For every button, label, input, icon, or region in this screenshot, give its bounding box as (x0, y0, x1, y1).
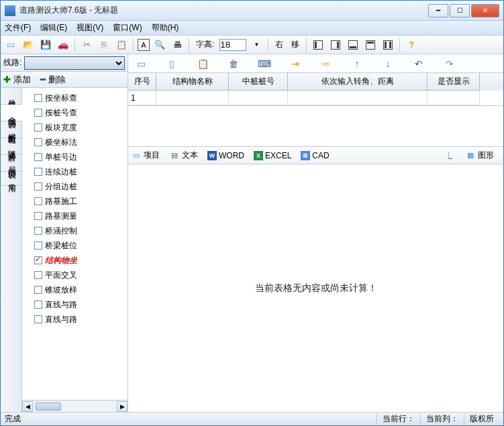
line-dropdown[interactable] (24, 56, 125, 70)
preview-text-tab[interactable]: ▤文本 (169, 150, 198, 161)
cell-pile[interactable] (229, 91, 288, 105)
doc-blank-icon[interactable]: ▯ (164, 56, 179, 71)
menu-file[interactable]: 文件(F) (5, 22, 31, 34)
close-button[interactable]: ✕ (471, 4, 499, 17)
copy-icon[interactable]: ⎘ (97, 38, 111, 52)
align-both-icon[interactable] (381, 38, 395, 52)
tree-item-1[interactable]: 按桩号查 (34, 105, 126, 120)
preview-axis-icon[interactable]: ⎿ (443, 150, 456, 161)
tree-hscrollbar[interactable]: ◀ ▶ (22, 400, 128, 412)
font-icon[interactable]: A (138, 39, 150, 51)
paste-icon[interactable]: 📋 (114, 38, 129, 52)
right-label[interactable]: 右 (275, 39, 283, 50)
checkbox-icon[interactable] (34, 109, 42, 117)
table-row[interactable]: 1 (128, 91, 503, 105)
vtab-2[interactable]: 横断工程 (1, 121, 21, 138)
remove-button[interactable]: ━删除 (40, 74, 66, 86)
menu-window[interactable]: 窗口(W) (113, 22, 142, 34)
menu-view[interactable]: 视图(V) (77, 22, 103, 34)
preview-word-tab[interactable]: WWORD (207, 151, 244, 160)
down-arrow-icon[interactable]: ↓ (381, 56, 395, 71)
shift-label[interactable]: 移 (291, 39, 299, 50)
move-right-icon[interactable]: ⇨ (319, 56, 334, 71)
zoom-icon[interactable]: 🔍 (152, 38, 167, 52)
tree-item-13[interactable]: 锥坡放样 (34, 282, 126, 297)
align-right-icon[interactable] (328, 38, 343, 52)
col-show[interactable]: 是否显示 (427, 73, 480, 91)
insert-right-icon[interactable]: ⇥ (288, 56, 303, 71)
vtab-0[interactable]: 导线平差 (1, 88, 21, 105)
vtab-3[interactable]: 隧道分析 (1, 138, 21, 155)
help-icon[interactable]: ? (404, 38, 419, 52)
checkbox-icon[interactable] (34, 94, 42, 102)
checkbox-icon[interactable] (34, 153, 42, 161)
new-icon[interactable]: ▭ (3, 38, 18, 52)
checkbox-icon[interactable] (34, 286, 42, 294)
tree-item-11[interactable]: 结构物坐 (34, 253, 126, 268)
align-left-icon[interactable] (311, 38, 325, 52)
checkbox-icon[interactable] (34, 123, 42, 131)
preview-project-tab[interactable]: ▭项目 (131, 150, 160, 161)
add-button[interactable]: ✚添加 (3, 74, 31, 86)
menu-edit[interactable]: 编辑(E) (40, 22, 67, 34)
checkbox-icon[interactable] (34, 256, 42, 264)
cell-show[interactable] (427, 91, 480, 105)
tree-item-15[interactable]: 直线与路 (34, 312, 126, 327)
checkbox-icon[interactable] (34, 301, 42, 309)
vtab-1[interactable]: 全线测设 (1, 105, 22, 121)
doc-new-icon[interactable]: ▭ (134, 56, 148, 71)
tree-item-2[interactable]: 板块宽度 (34, 120, 126, 135)
col-seq[interactable]: 序号 (128, 73, 156, 91)
tree-item-10[interactable]: 桥梁桩位 (34, 238, 126, 253)
maximize-button[interactable]: ☐ (450, 4, 470, 17)
checkbox-icon[interactable] (34, 168, 42, 176)
print-icon[interactable]: 🖶 (170, 38, 185, 52)
tree-item-12[interactable]: 平面交叉 (34, 268, 126, 282)
keyboard-icon[interactable]: ⌨ (257, 56, 272, 71)
cell-name[interactable] (156, 91, 229, 105)
tree-item-3[interactable]: 极坐标法 (34, 135, 126, 150)
up-arrow-icon[interactable]: ↑ (350, 56, 364, 71)
checkbox-icon[interactable] (34, 242, 42, 250)
scroll-right-icon[interactable]: ▶ (117, 401, 128, 412)
save-icon[interactable]: 💾 (38, 38, 53, 52)
checkbox-icon[interactable] (34, 138, 42, 146)
preview-excel-tab[interactable]: XEXCEL (254, 151, 291, 160)
col-pile[interactable]: 中桩桩号 (229, 73, 288, 91)
checkbox-icon[interactable] (34, 182, 42, 191)
scroll-thumb[interactable] (36, 403, 61, 411)
paste-doc-icon[interactable]: 📋 (195, 56, 210, 71)
undo-icon[interactable]: ↶ (411, 56, 426, 71)
align-top-icon[interactable] (363, 38, 378, 52)
align-bottom-icon[interactable] (346, 38, 360, 52)
tree-item-14[interactable]: 直线与路 (34, 297, 126, 312)
checkbox-icon[interactable] (34, 227, 42, 235)
cut-icon[interactable]: ✂ (79, 38, 94, 52)
checkbox-icon[interactable] (34, 212, 42, 220)
fontheight-input[interactable] (219, 39, 246, 51)
col-inputs[interactable]: 依次输入转角、距离 (288, 73, 427, 91)
tree-item-9[interactable]: 桥涵控制 (34, 223, 126, 238)
cell-inputs[interactable] (288, 91, 427, 105)
tree-item-6[interactable]: 分组边桩 (34, 179, 126, 194)
tree-item-8[interactable]: 路基测量 (34, 209, 126, 223)
trash-icon[interactable]: 🗑 (226, 56, 241, 71)
open-icon[interactable]: 📂 (21, 38, 36, 52)
scroll-left-icon[interactable]: ◀ (22, 401, 33, 412)
checkbox-icon[interactable] (34, 315, 42, 323)
tree-item-7[interactable]: 路基施工 (34, 194, 126, 209)
vtab-5[interactable]: 常用 (1, 172, 21, 186)
preview-graph-tab[interactable]: ▩图形 (465, 150, 494, 161)
menu-help[interactable]: 帮助(H) (152, 22, 179, 34)
tree-item-5[interactable]: 连续边桩 (34, 164, 126, 179)
vtab-4[interactable]: 局部测设 (1, 155, 21, 172)
tree-item-4[interactable]: 单桩号边 (34, 150, 126, 164)
tree-item-0[interactable]: 按坐标查 (34, 91, 126, 105)
car-icon[interactable]: 🚗 (56, 38, 70, 52)
cell-seq[interactable]: 1 (128, 91, 156, 105)
col-name[interactable]: 结构物名称 (156, 73, 229, 91)
preview-cad-tab[interactable]: ▦CAD (301, 151, 329, 160)
minimize-button[interactable]: ━ (428, 4, 448, 17)
redo-icon[interactable]: ↷ (442, 56, 457, 71)
checkbox-icon[interactable] (34, 197, 42, 205)
